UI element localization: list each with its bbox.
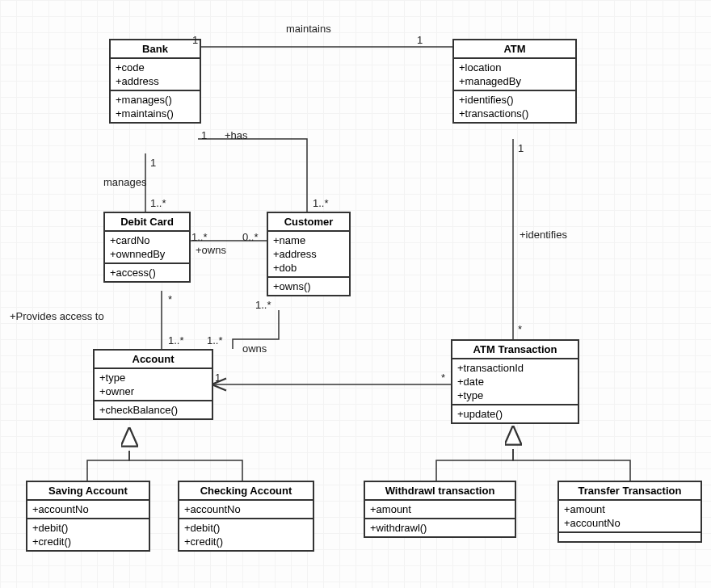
class-saving-account: Saving Account +accountNo +debit() +cred… [26, 481, 150, 552]
multiplicity: 1 [417, 34, 423, 46]
attr: +accountNo [564, 516, 696, 530]
class-title: Debit Card [105, 213, 189, 232]
class-atm-transaction: ATM Transaction +transactionId +date +ty… [451, 339, 579, 424]
class-title: Checking Account [179, 482, 313, 501]
multiplicity: * [168, 293, 172, 305]
op: +update() [457, 407, 573, 421]
assoc-label: maintains [286, 23, 331, 35]
multiplicity: 1 [201, 129, 207, 141]
op: +withdrawl() [370, 521, 510, 535]
multiplicity: 1 [192, 34, 198, 46]
class-customer: Customer +name +address +dob +owns() [267, 212, 351, 296]
attributes: +name +address +dob [268, 232, 349, 278]
attributes: +accountNo [179, 501, 313, 519]
class-title: ATM [454, 40, 575, 59]
operations: +withdrawl() [365, 519, 515, 536]
multiplicity: 1..* [313, 197, 329, 209]
multiplicity: 1..* [191, 231, 208, 243]
attr: +accountNo [184, 502, 308, 516]
attr: +location [459, 61, 570, 74]
multiplicity: * [441, 372, 445, 384]
op: +owns() [273, 279, 344, 293]
operations: +identifies() +transactions() [454, 91, 575, 122]
assoc-label: +has [225, 129, 248, 141]
multiplicity: 1..* [207, 334, 223, 346]
op: +credit() [32, 535, 144, 548]
attr: +dob [273, 261, 344, 275]
operations: +checkBalance() [95, 401, 212, 418]
op: +credit() [184, 535, 308, 548]
attr: +managedBy [459, 74, 570, 88]
assoc-label: +Provides access to [10, 310, 104, 322]
attr: +address [273, 247, 344, 261]
multiplicity: 1..* [255, 299, 271, 311]
op: +debit() [184, 521, 308, 535]
assoc-label: +identifies [520, 229, 567, 241]
class-transfer-transaction: Transfer Transaction +amount +accountNo [557, 481, 702, 543]
operations: +update() [452, 405, 578, 422]
class-title: Bank [111, 40, 200, 59]
assoc-label: +owns [196, 244, 226, 256]
attr: +cardNo [110, 233, 184, 247]
class-checking-account: Checking Account +accountNo +debit() +cr… [178, 481, 314, 552]
class-title: Saving Account [27, 482, 149, 501]
attr: +type [99, 371, 207, 384]
operations: +owns() [268, 278, 349, 295]
attributes: +transactionId +date +type [452, 359, 578, 405]
operations: +debit() +credit() [27, 519, 149, 550]
attr: +address [116, 74, 195, 88]
multiplicity: 1 [518, 142, 524, 154]
attr: +name [273, 233, 344, 247]
op: +maintains() [116, 107, 195, 120]
op: +transactions() [459, 107, 570, 120]
class-title: Customer [268, 213, 349, 232]
attr: +code [116, 61, 195, 74]
operations [559, 533, 700, 541]
multiplicity: 1 [215, 372, 221, 384]
attributes: +location +managedBy [454, 59, 575, 91]
class-withdrawl-transaction: Withdrawl transaction +amount +withdrawl… [364, 481, 516, 538]
class-title: Transfer Transaction [559, 482, 700, 501]
operations: +debit() +credit() [179, 519, 313, 550]
attr: +type [457, 388, 573, 402]
attributes: +amount [365, 501, 515, 519]
class-debit-card: Debit Card +cardNo +ownnedBy +access() [103, 212, 191, 283]
attributes: +accountNo [27, 501, 149, 519]
assoc-label: owns [242, 342, 267, 355]
op: +access() [110, 266, 184, 279]
class-account: Account +type +owner +checkBalance() [93, 349, 213, 420]
op: +debit() [32, 521, 144, 535]
attributes: +type +owner [95, 369, 212, 401]
attributes: +code +address [111, 59, 200, 91]
attr: +date [457, 375, 573, 388]
multiplicity: 1..* [150, 197, 166, 209]
attr: +ownnedBy [110, 247, 184, 261]
class-title: ATM Transaction [452, 341, 578, 359]
class-bank: Bank +code +address +manages() +maintain… [109, 39, 201, 124]
attr: +transactionId [457, 361, 573, 375]
uml-diagram: Bank +code +address +manages() +maintain… [0, 0, 711, 588]
class-title: Account [95, 351, 212, 369]
op: +checkBalance() [99, 403, 207, 417]
op: +manages() [116, 93, 195, 107]
operations: +access() [105, 264, 189, 281]
attributes: +amount +accountNo [559, 501, 700, 533]
attr: +accountNo [32, 502, 144, 516]
multiplicity: 1..* [168, 334, 184, 346]
class-title: Withdrawl transaction [365, 482, 515, 501]
multiplicity: * [518, 323, 522, 335]
class-atm: ATM +location +managedBy +identifies() +… [452, 39, 577, 124]
attr: +amount [370, 502, 510, 516]
attributes: +cardNo +ownnedBy [105, 232, 189, 264]
multiplicity: 0..* [242, 231, 259, 243]
multiplicity: 1 [150, 157, 156, 169]
attr: +owner [99, 384, 207, 398]
operations: +manages() +maintains() [111, 91, 200, 122]
assoc-label: manages [103, 176, 146, 188]
attr: +amount [564, 502, 696, 516]
op: +identifies() [459, 93, 570, 107]
